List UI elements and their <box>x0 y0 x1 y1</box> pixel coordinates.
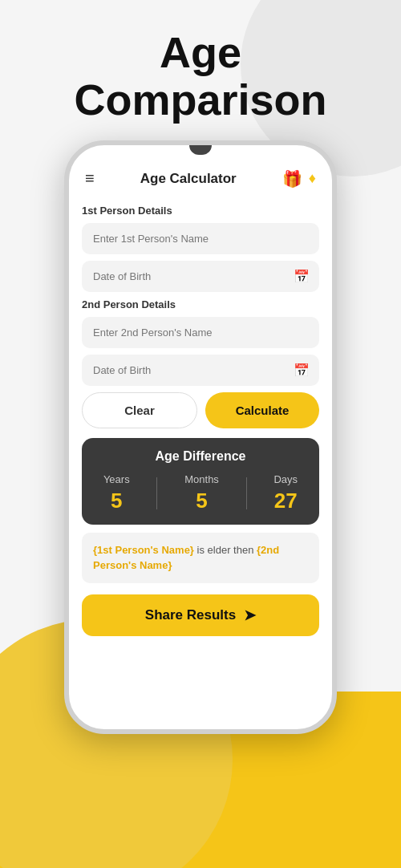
title-section: Age Comparison <box>0 0 401 132</box>
share-arrow-icon: ➤ <box>244 606 256 624</box>
months-label: Months <box>184 473 219 485</box>
clear-button[interactable]: Clear <box>82 392 197 428</box>
person2-section-label: 2nd Person Details <box>82 298 319 310</box>
result-title: Age Difference <box>90 449 311 464</box>
action-buttons-row: Clear Calculate <box>82 392 319 428</box>
background: Age Comparison ≡ Age Calculator 🎁 ♦ <box>0 0 401 868</box>
calculate-button[interactable]: Calculate <box>205 392 319 428</box>
result-years-col: Years 5 <box>103 473 130 513</box>
result-values-row: Years 5 Months 5 Days 27 <box>90 473 311 513</box>
person1-section-label: 1st Person Details <box>82 205 319 217</box>
person2-dob-wrapper: 📅 <box>82 355 319 386</box>
phone-notch <box>189 145 212 155</box>
diamond-icon[interactable]: ♦ <box>309 170 316 187</box>
years-value: 5 <box>103 489 130 513</box>
result-divider-2 <box>246 477 247 509</box>
result-months-col: Months 5 <box>184 473 219 513</box>
years-label: Years <box>103 473 130 485</box>
gift-icon[interactable]: 🎁 <box>282 169 302 189</box>
months-value: 5 <box>184 489 219 513</box>
person1-name-input[interactable] <box>82 223 319 254</box>
result-card: Age Difference Years 5 Months 5 <box>82 438 319 525</box>
app-header: ≡ Age Calculator 🎁 ♦ <box>82 161 319 200</box>
header-icons: 🎁 ♦ <box>282 169 316 189</box>
person2-dob-input[interactable] <box>82 355 319 386</box>
days-label: Days <box>273 473 298 485</box>
app-title-label: Age Calculator <box>140 171 237 187</box>
share-label: Share Results <box>145 607 236 623</box>
result-divider-1 <box>156 477 157 509</box>
phone-wrapper: ≡ Age Calculator 🎁 ♦ 1st Person Details … <box>0 140 401 734</box>
phone-content: ≡ Age Calculator 🎁 ♦ 1st Person Details … <box>69 155 332 649</box>
person2-name-input[interactable] <box>82 317 319 348</box>
phone-screen: ≡ Age Calculator 🎁 ♦ 1st Person Details … <box>69 145 332 729</box>
comparison-text: {1st Person's Name} is elder then {2nd P… <box>82 533 319 583</box>
result-days-col: Days 27 <box>273 473 298 513</box>
person1-dob-input[interactable] <box>82 261 319 292</box>
person1-dob-wrapper: 📅 <box>82 261 319 292</box>
phone-frame: ≡ Age Calculator 🎁 ♦ 1st Person Details … <box>64 140 337 734</box>
menu-icon[interactable]: ≡ <box>85 169 95 188</box>
share-results-button[interactable]: Share Results ➤ <box>82 594 319 636</box>
days-value: 27 <box>273 489 298 513</box>
comparison-person1-ref: {1st Person's Name} <box>93 544 194 556</box>
page-title: Age Comparison <box>0 29 401 124</box>
comparison-middle-text: is elder then <box>194 544 257 556</box>
